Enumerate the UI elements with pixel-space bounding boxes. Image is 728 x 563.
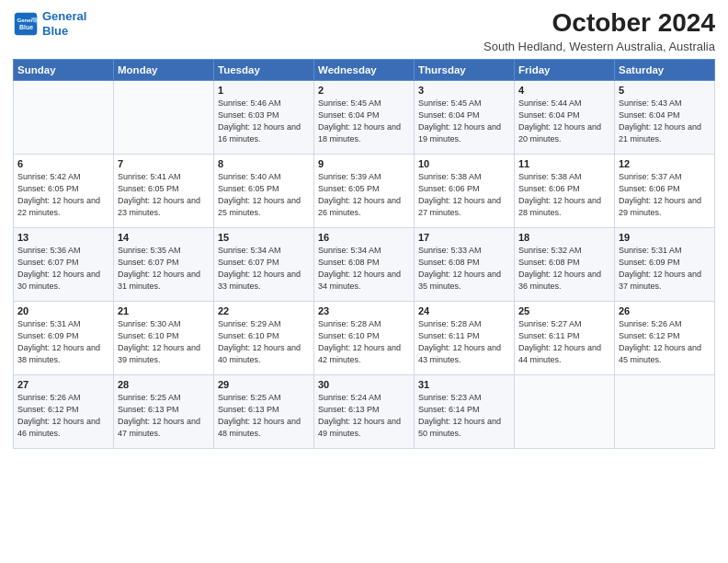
day-info: Sunrise: 5:24 AM Sunset: 6:13 PM Dayligh… (318, 392, 410, 440)
day-number: 10 (418, 158, 510, 169)
day-number: 22 (218, 305, 310, 316)
day-number: 25 (518, 305, 610, 316)
logo: General Blue General Blue (13, 9, 86, 38)
day-number: 4 (518, 85, 610, 96)
col-header-tuesday: Tuesday (214, 59, 314, 80)
day-info: Sunrise: 5:43 AM Sunset: 6:04 PM Dayligh… (619, 98, 711, 145)
day-info: Sunrise: 5:45 AM Sunset: 6:04 PM Dayligh… (418, 98, 510, 145)
day-info: Sunrise: 5:25 AM Sunset: 6:13 PM Dayligh… (218, 392, 310, 440)
day-number: 8 (218, 158, 310, 169)
day-info: Sunrise: 5:36 AM Sunset: 6:07 PM Dayligh… (17, 245, 109, 293)
day-number: 2 (318, 85, 410, 96)
week-row-2: 6Sunrise: 5:42 AM Sunset: 6:05 PM Daylig… (14, 154, 715, 227)
day-cell: 24Sunrise: 5:28 AM Sunset: 6:11 PM Dayli… (415, 301, 515, 374)
day-number: 30 (318, 379, 410, 390)
day-info: Sunrise: 5:41 AM Sunset: 6:05 PM Dayligh… (118, 171, 210, 219)
week-row-3: 13Sunrise: 5:36 AM Sunset: 6:07 PM Dayli… (14, 227, 715, 301)
day-number: 21 (118, 305, 210, 316)
day-cell: 13Sunrise: 5:36 AM Sunset: 6:07 PM Dayli… (14, 227, 114, 301)
day-cell: 12Sunrise: 5:37 AM Sunset: 6:06 PM Dayli… (615, 154, 715, 227)
day-cell: 5Sunrise: 5:43 AM Sunset: 6:04 PM Daylig… (615, 80, 715, 154)
week-row-5: 27Sunrise: 5:26 AM Sunset: 6:12 PM Dayli… (14, 374, 715, 448)
day-cell: 19Sunrise: 5:31 AM Sunset: 6:09 PM Dayli… (615, 227, 715, 301)
day-cell (14, 80, 114, 154)
col-header-wednesday: Wednesday (314, 59, 415, 80)
day-cell: 17Sunrise: 5:33 AM Sunset: 6:08 PM Dayli… (415, 227, 515, 301)
day-number: 26 (619, 305, 711, 316)
day-info: Sunrise: 5:42 AM Sunset: 6:05 PM Dayligh… (17, 171, 109, 219)
day-number: 14 (118, 232, 210, 243)
day-info: Sunrise: 5:25 AM Sunset: 6:13 PM Dayligh… (118, 392, 210, 440)
day-info: Sunrise: 5:28 AM Sunset: 6:10 PM Dayligh… (318, 318, 410, 366)
day-number: 3 (418, 85, 510, 96)
day-cell: 31Sunrise: 5:23 AM Sunset: 6:14 PM Dayli… (415, 374, 515, 448)
day-info: Sunrise: 5:35 AM Sunset: 6:07 PM Dayligh… (118, 245, 210, 293)
month-title: October 2024 (483, 9, 715, 38)
day-info: Sunrise: 5:23 AM Sunset: 6:14 PM Dayligh… (418, 392, 510, 440)
day-number: 28 (118, 379, 210, 390)
day-number: 17 (418, 232, 510, 243)
logo-line2: Blue (42, 24, 68, 38)
day-number: 6 (17, 158, 109, 169)
col-header-saturday: Saturday (615, 59, 715, 80)
day-cell: 10Sunrise: 5:38 AM Sunset: 6:06 PM Dayli… (415, 154, 515, 227)
day-number: 12 (619, 158, 711, 169)
day-cell (515, 374, 615, 448)
day-cell: 29Sunrise: 5:25 AM Sunset: 6:13 PM Dayli… (214, 374, 314, 448)
day-info: Sunrise: 5:45 AM Sunset: 6:04 PM Dayligh… (318, 98, 410, 145)
day-cell: 3Sunrise: 5:45 AM Sunset: 6:04 PM Daylig… (415, 80, 515, 154)
day-cell: 2Sunrise: 5:45 AM Sunset: 6:04 PM Daylig… (314, 80, 415, 154)
day-cell: 11Sunrise: 5:38 AM Sunset: 6:06 PM Dayli… (515, 154, 615, 227)
day-cell: 8Sunrise: 5:40 AM Sunset: 6:05 PM Daylig… (214, 154, 314, 227)
day-number: 13 (17, 232, 109, 243)
day-number: 7 (118, 158, 210, 169)
day-info: Sunrise: 5:29 AM Sunset: 6:10 PM Dayligh… (218, 318, 310, 366)
col-header-friday: Friday (515, 59, 615, 80)
day-cell: 9Sunrise: 5:39 AM Sunset: 6:05 PM Daylig… (314, 154, 415, 227)
day-info: Sunrise: 5:40 AM Sunset: 6:05 PM Dayligh… (218, 171, 310, 219)
header-row: SundayMondayTuesdayWednesdayThursdayFrid… (14, 59, 715, 80)
header: General Blue General Blue October 2024 S… (13, 9, 715, 53)
day-info: Sunrise: 5:39 AM Sunset: 6:05 PM Dayligh… (318, 171, 410, 219)
day-number: 1 (218, 85, 310, 96)
day-info: Sunrise: 5:27 AM Sunset: 6:11 PM Dayligh… (518, 318, 610, 366)
day-info: Sunrise: 5:31 AM Sunset: 6:09 PM Dayligh… (619, 245, 711, 293)
week-row-1: 1Sunrise: 5:46 AM Sunset: 6:03 PM Daylig… (14, 80, 715, 154)
day-info: Sunrise: 5:34 AM Sunset: 6:07 PM Dayligh… (218, 245, 310, 293)
day-cell: 6Sunrise: 5:42 AM Sunset: 6:05 PM Daylig… (14, 154, 114, 227)
logo-text: General Blue (42, 9, 86, 38)
day-number: 31 (418, 379, 510, 390)
day-cell: 23Sunrise: 5:28 AM Sunset: 6:10 PM Dayli… (314, 301, 415, 374)
day-cell: 7Sunrise: 5:41 AM Sunset: 6:05 PM Daylig… (114, 154, 214, 227)
day-cell: 25Sunrise: 5:27 AM Sunset: 6:11 PM Dayli… (515, 301, 615, 374)
col-header-thursday: Thursday (415, 59, 515, 80)
day-cell: 18Sunrise: 5:32 AM Sunset: 6:08 PM Dayli… (515, 227, 615, 301)
day-cell: 20Sunrise: 5:31 AM Sunset: 6:09 PM Dayli… (14, 301, 114, 374)
day-info: Sunrise: 5:46 AM Sunset: 6:03 PM Dayligh… (218, 98, 310, 145)
day-cell (114, 80, 214, 154)
day-number: 24 (418, 305, 510, 316)
day-cell: 16Sunrise: 5:34 AM Sunset: 6:08 PM Dayli… (314, 227, 415, 301)
day-number: 27 (17, 379, 109, 390)
day-info: Sunrise: 5:26 AM Sunset: 6:12 PM Dayligh… (17, 392, 109, 440)
day-number: 20 (17, 305, 109, 316)
day-number: 18 (518, 232, 610, 243)
day-info: Sunrise: 5:38 AM Sunset: 6:06 PM Dayligh… (518, 171, 610, 219)
day-cell: 30Sunrise: 5:24 AM Sunset: 6:13 PM Dayli… (314, 374, 415, 448)
day-number: 15 (218, 232, 310, 243)
day-info: Sunrise: 5:37 AM Sunset: 6:06 PM Dayligh… (619, 171, 711, 219)
calendar-page: General Blue General Blue October 2024 S… (0, 0, 728, 563)
day-cell: 14Sunrise: 5:35 AM Sunset: 6:07 PM Dayli… (114, 227, 214, 301)
logo-line1: General (42, 9, 86, 23)
day-cell: 22Sunrise: 5:29 AM Sunset: 6:10 PM Dayli… (214, 301, 314, 374)
day-cell: 15Sunrise: 5:34 AM Sunset: 6:07 PM Dayli… (214, 227, 314, 301)
day-number: 9 (318, 158, 410, 169)
day-cell: 26Sunrise: 5:26 AM Sunset: 6:12 PM Dayli… (615, 301, 715, 374)
day-number: 23 (318, 305, 410, 316)
day-info: Sunrise: 5:44 AM Sunset: 6:04 PM Dayligh… (518, 98, 610, 145)
day-cell (615, 374, 715, 448)
logo-icon: General Blue (13, 11, 39, 37)
day-info: Sunrise: 5:26 AM Sunset: 6:12 PM Dayligh… (619, 318, 711, 366)
day-info: Sunrise: 5:33 AM Sunset: 6:08 PM Dayligh… (418, 245, 510, 293)
day-info: Sunrise: 5:38 AM Sunset: 6:06 PM Dayligh… (418, 171, 510, 219)
